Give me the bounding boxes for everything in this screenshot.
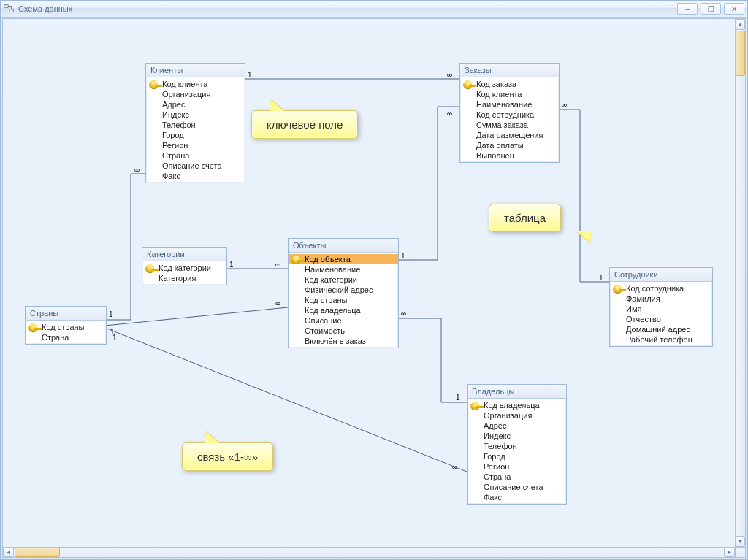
table-field[interactable]: Код категории — [142, 263, 226, 273]
table-field[interactable]: Описание счета — [468, 482, 566, 492]
scroll-right-button[interactable]: ► — [724, 548, 735, 557]
svg-text:1: 1 — [229, 261, 234, 269]
table-objects[interactable]: Объекты Код объектаНаименованиеКод катег… — [288, 238, 399, 348]
table-field[interactable]: Описание счета — [146, 161, 245, 171]
callout-text: связь «1-∞» — [197, 450, 258, 463]
table-field[interactable]: Код страны — [289, 295, 398, 305]
table-field[interactable]: Код сотрудника — [460, 110, 559, 120]
table-title[interactable]: Страны — [26, 307, 106, 321]
table-field[interactable]: Код страны — [26, 322, 106, 332]
table-field[interactable]: Код клиента — [460, 89, 559, 99]
diagram-canvas[interactable]: 1 ∞ ∞ 1 1 ∞ 1 ∞ 1 ∞ 1 ∞ 1 ∞ — [2, 18, 736, 548]
table-owners[interactable]: Владельцы Код владельцаОрганизацияАдресИ… — [467, 384, 567, 505]
table-field[interactable]: Страна — [468, 472, 566, 482]
svg-text:∞: ∞ — [452, 463, 457, 471]
relationships-icon — [4, 4, 14, 14]
field-list: Код владельцаОрганизацияАдресИндексТелеф… — [468, 399, 566, 504]
scroll-down-button[interactable]: ▼ — [736, 536, 745, 547]
scroll-thumb[interactable] — [15, 548, 60, 557]
svg-text:1: 1 — [112, 334, 117, 342]
svg-text:1: 1 — [109, 310, 113, 318]
scroll-up-button[interactable]: ▲ — [736, 19, 745, 30]
table-field[interactable]: Индекс — [146, 110, 245, 120]
table-field[interactable]: Телефон — [146, 120, 245, 130]
table-field[interactable]: Физический адрес — [289, 285, 398, 295]
table-field[interactable]: Категория — [142, 273, 226, 283]
table-field[interactable]: Рабочий телефон — [610, 334, 712, 345]
table-field[interactable]: Организация — [146, 89, 245, 99]
table-field[interactable]: Наименование — [460, 99, 559, 110]
table-field[interactable]: Индекс — [468, 431, 566, 441]
table-field[interactable]: Город — [468, 451, 566, 461]
table-field[interactable]: Регион — [146, 140, 245, 150]
vertical-scrollbar[interactable]: ▲ ▼ — [735, 18, 746, 548]
scroll-left-button[interactable]: ◄ — [3, 548, 14, 557]
svg-text:∞: ∞ — [134, 166, 140, 174]
callout-link: связь «1-∞» — [182, 442, 273, 471]
svg-text:1: 1 — [456, 394, 460, 402]
callout-table: таблица — [489, 204, 561, 232]
table-field[interactable]: Код категории — [289, 275, 398, 285]
table-field[interactable]: Страна — [146, 150, 245, 161]
table-field[interactable]: Код сотрудника — [610, 283, 712, 294]
table-field[interactable]: Наименование — [289, 264, 398, 275]
table-field[interactable]: Регион — [468, 461, 566, 472]
titlebar[interactable]: Схема данных – ❐ ✕ — [1, 1, 747, 18]
field-list: Код категорииКатегория — [142, 261, 226, 285]
table-field[interactable]: Код владельца — [468, 400, 566, 410]
table-title[interactable]: Категории — [142, 248, 226, 261]
table-field[interactable]: Факс — [146, 171, 245, 181]
table-title[interactable]: Клиенты — [146, 64, 245, 77]
minimize-button[interactable]: – — [677, 3, 698, 15]
table-clients[interactable]: Клиенты Код клиентаОрганизацияАдресИндек… — [145, 63, 245, 183]
table-title[interactable]: Владельцы — [468, 385, 566, 399]
table-field[interactable]: Код клиента — [146, 79, 245, 89]
table-field[interactable]: Имя — [610, 304, 712, 314]
resize-grip[interactable] — [735, 547, 746, 558]
table-field[interactable]: Страна — [26, 332, 106, 342]
svg-text:∞: ∞ — [275, 299, 280, 307]
table-orders[interactable]: Заказы Код заказаКод клиентаНаименование… — [459, 63, 560, 163]
table-field[interactable]: Организация — [468, 410, 566, 421]
table-field[interactable]: Стоимость — [289, 326, 398, 336]
table-field[interactable]: Телефон — [468, 441, 566, 451]
svg-rect-0 — [4, 5, 8, 8]
relationships-window: Схема данных – ❐ ✕ 1 ∞ ∞ 1 1 ∞ 1 ∞ 1 ∞ — [0, 0, 748, 560]
table-countries[interactable]: Страны Код страныСтрана — [25, 306, 107, 345]
callout-key-field: ключевое поле — [251, 110, 358, 139]
svg-text:∞: ∞ — [401, 310, 406, 318]
table-field[interactable]: Включён в заказ — [289, 336, 398, 346]
table-field[interactable]: Описание — [289, 315, 398, 326]
table-employees[interactable]: Сотрудники Код сотрудникаФамилияИмяОтчес… — [609, 267, 713, 347]
table-field[interactable]: Отчество — [610, 314, 712, 324]
svg-line-26 — [105, 328, 467, 472]
scroll-thumb[interactable] — [736, 31, 745, 76]
table-field[interactable]: Факс — [468, 492, 566, 502]
horizontal-scrollbar[interactable]: ◄ ► — [2, 547, 736, 558]
table-field[interactable]: Код объекта — [289, 254, 398, 264]
table-title[interactable]: Объекты — [289, 239, 398, 253]
table-field[interactable]: Адрес — [468, 421, 566, 431]
field-list: Код объектаНаименованиеКод категорииФизи… — [289, 253, 398, 348]
restore-button[interactable]: ❐ — [701, 3, 721, 15]
table-field[interactable]: Код владельца — [289, 305, 398, 315]
field-list: Код клиентаОрганизацияАдресИндексТелефон… — [146, 77, 245, 183]
table-field[interactable]: Город — [146, 130, 245, 140]
table-field[interactable]: Адрес — [146, 99, 245, 110]
field-list: Код сотрудникаФамилияИмяОтчествоДомашний… — [610, 282, 712, 346]
table-field[interactable]: Фамилия — [610, 294, 712, 304]
window-title: Схема данных — [18, 4, 72, 13]
table-field[interactable]: Выполнен — [460, 150, 559, 161]
table-title[interactable]: Сотрудники — [610, 268, 712, 282]
table-field[interactable]: Домашний адрес — [610, 324, 712, 334]
table-field[interactable]: Дата оплаты — [460, 140, 559, 150]
svg-rect-1 — [9, 9, 13, 12]
table-field[interactable]: Дата размещения — [460, 130, 559, 140]
table-field[interactable]: Сумма заказа — [460, 120, 559, 130]
table-title[interactable]: Заказы — [460, 64, 559, 77]
close-button[interactable]: ✕ — [724, 3, 744, 15]
table-categories[interactable]: Категории Код категорииКатегория — [142, 247, 227, 285]
svg-line-23 — [105, 307, 288, 326]
table-field[interactable]: Код заказа — [460, 79, 559, 89]
svg-text:1: 1 — [110, 328, 115, 336]
